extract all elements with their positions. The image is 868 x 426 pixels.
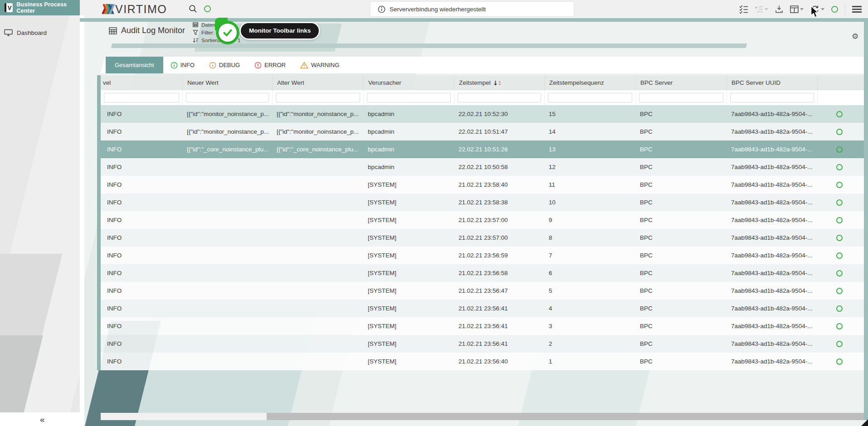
cell-zeitstempel: 21.02.21 23:56:58 xyxy=(454,264,544,282)
cell-zeitstempelsequenz: 9 xyxy=(544,211,635,229)
table-row[interactable]: INFO[{"id":"monitor_noinstance_p...[{"id… xyxy=(101,123,864,140)
filter-input-alter_wert[interactable] xyxy=(276,93,360,102)
cell-level: INFO xyxy=(101,353,182,370)
filter-input-zeitstempel[interactable] xyxy=(458,93,541,102)
refresh-icon xyxy=(810,5,819,14)
cell-zeitstempelsequenz: 5 xyxy=(544,282,635,300)
column-header-bpc_server[interactable]: BPC Server xyxy=(635,75,727,90)
cell-bpc_server: BPC xyxy=(635,105,727,123)
column-layout-button[interactable] xyxy=(790,5,804,13)
cell-zeitstempelsequenz: 1 xyxy=(544,353,635,370)
cell-bpc_server_uuid: 7aab9843-ad1b-482a-9504-... xyxy=(727,140,817,158)
page-title: Audit Log Monitor xyxy=(109,26,185,35)
column-header-level[interactable]: vel xyxy=(101,75,182,90)
status-ring-icon xyxy=(836,358,843,365)
filter-input-bpc_server_uuid[interactable] xyxy=(730,93,814,102)
sidebar-footer: « xyxy=(0,412,80,426)
status-ring-icon xyxy=(836,252,843,259)
table-row[interactable]: INFO[SYSTEM]21.02.21 23:56:413BPC7aab984… xyxy=(101,317,864,335)
cell-verursacher: [SYSTEM] xyxy=(363,176,454,194)
refresh-button[interactable] xyxy=(810,5,824,14)
column-header-alter_wert[interactable]: Alter Wert xyxy=(272,75,363,90)
cell-bpc_server_uuid: 7aab9843-ad1b-482a-9504-... xyxy=(727,317,817,335)
table-row[interactable]: INFO[SYSTEM]21.02.21 23:56:475BPC7aab984… xyxy=(101,282,864,300)
tour-badge-circle xyxy=(216,21,239,44)
cell-bpc_server: BPC xyxy=(635,353,727,370)
column-header-label: Zeitstempel xyxy=(459,79,491,86)
cell-bpc_server: BPC xyxy=(635,123,727,140)
table-row[interactable]: INFO[SYSTEM]21.02.21 23:56:597BPC7aab984… xyxy=(101,247,864,264)
tour-badge[interactable] xyxy=(214,18,241,48)
tab-warning[interactable]: WARNING xyxy=(293,57,346,73)
cell-bpc_server: BPC xyxy=(635,194,727,211)
status-ring-icon xyxy=(836,111,843,117)
tab-error[interactable]: ERROR xyxy=(247,57,293,73)
cell-zeitstempelsequenz: 15 xyxy=(544,105,635,123)
filter-input-bpc_server[interactable] xyxy=(639,93,723,102)
cell-alter_wert xyxy=(272,282,363,300)
gear-icon[interactable]: ⚙ xyxy=(852,32,858,41)
cell-verursacher: bpcadmin xyxy=(363,140,454,158)
menu-button[interactable] xyxy=(852,6,862,13)
cell-zeitstempelsequenz: 12 xyxy=(544,158,635,176)
column-header-bpc_server_uuid[interactable]: BPC Server UUID xyxy=(727,75,817,90)
info-tan-icon xyxy=(209,62,216,69)
table-row[interactable]: INFO[SYSTEM]21.02.21 23:56:412BPC7aab984… xyxy=(101,335,864,353)
search-button[interactable] xyxy=(189,5,199,15)
tour-badge-check-icon xyxy=(219,24,237,42)
cell-neuer_wert xyxy=(182,335,272,353)
table-row[interactable]: INFO[SYSTEM]21.02.21 23:58:4011BPC7aab98… xyxy=(101,176,864,194)
row-status-cell xyxy=(817,140,864,158)
cell-neuer_wert: [{"id":"monitor_noinstance_p... xyxy=(182,123,272,140)
cell-zeitstempel: 21.02.21 23:58:40 xyxy=(454,176,544,194)
cell-verursacher: [SYSTEM] xyxy=(363,194,454,211)
column-header-neuer_wert[interactable]: Neuer Wert xyxy=(182,75,272,90)
chevron-down-icon xyxy=(800,8,804,10)
table-left-accent xyxy=(97,75,101,370)
tab-debug[interactable]: DEBUG xyxy=(202,57,247,73)
row-status-cell xyxy=(817,335,864,353)
table-row[interactable]: INFO[{"id":"monitor_noinstance_p...[{"id… xyxy=(101,105,864,123)
tab-bar: GesamtansichtINFODEBUGERRORWARNING xyxy=(106,57,346,73)
table-row[interactable]: INFO[SYSTEM]21.02.21 23:56:586BPC7aab984… xyxy=(101,264,864,282)
column-header-zeitstempel[interactable]: Zeitstempel↓1 xyxy=(454,75,544,90)
status-ring-icon xyxy=(836,270,843,276)
column-header-zeitstempelsequenz[interactable]: Zeitstempelsequenz xyxy=(544,75,635,90)
scrollbar-thumb[interactable] xyxy=(267,413,864,420)
table-header-row: velNeuer WertAlter WertVerursacherZeitst… xyxy=(101,75,864,90)
cell-verursacher: [SYSTEM] xyxy=(363,211,454,229)
cell-zeitstempelsequenz: 11 xyxy=(544,176,635,194)
page-title-text: Audit Log Monitor xyxy=(121,26,185,35)
cell-level: INFO xyxy=(101,264,182,282)
column-header-verursacher[interactable]: Verursacher xyxy=(363,75,454,90)
cell-bpc_server: BPC xyxy=(635,140,727,158)
filter-input-zeitstempelsequenz[interactable] xyxy=(548,93,632,102)
tab-info[interactable]: INFO xyxy=(163,57,202,73)
horizontal-scrollbar[interactable] xyxy=(101,413,864,420)
filter-input-neuer_wert[interactable] xyxy=(186,93,269,102)
cell-level: INFO xyxy=(101,229,182,247)
sidebar-item-dashboard[interactable]: Dashboard xyxy=(0,25,80,40)
table-row[interactable]: INFO[SYSTEM]21.02.21 23:56:414BPC7aab984… xyxy=(101,300,864,317)
sidebar-collapse-button[interactable]: « xyxy=(40,415,45,424)
tree-view-button[interactable] xyxy=(755,6,768,13)
table-row[interactable]: INFO[{"id":"_core_noinstance_plu...[{"id… xyxy=(101,140,864,158)
table-row[interactable]: INFO[SYSTEM]21.02.21 23:58:3810BPC7aab98… xyxy=(101,194,864,211)
table-row[interactable]: INFO[SYSTEM]21.02.21 23:57:008BPC7aab984… xyxy=(101,229,864,247)
download-button[interactable] xyxy=(775,5,783,14)
sidebar-title: Business Process Center xyxy=(16,1,80,14)
cell-zeitstempelsequenz: 7 xyxy=(544,247,635,264)
table-row[interactable]: INFO[SYSTEM]21.02.21 23:57:009BPC7aab984… xyxy=(101,211,864,229)
checklist-button[interactable] xyxy=(739,5,748,14)
info-green-icon xyxy=(171,62,178,69)
table-row[interactable]: INFObpcadmin22.02.21 10:50:5812BPC7aab98… xyxy=(101,158,864,176)
row-status-cell xyxy=(817,229,864,247)
tab-gesamtansicht[interactable]: Gesamtansicht xyxy=(106,57,163,73)
table-row[interactable]: INFO[SYSTEM]21.02.21 23:56:401BPC7aab984… xyxy=(101,353,864,370)
cell-neuer_wert xyxy=(182,300,272,317)
audit-log-table: velNeuer WertAlter WertVerursacherZeitst… xyxy=(101,75,864,370)
filter-input-level[interactable] xyxy=(104,93,179,102)
cell-zeitstempel: 22.02.21 10:52:30 xyxy=(454,105,544,123)
cell-alter_wert xyxy=(272,194,363,211)
filter-input-verursacher[interactable] xyxy=(367,93,451,102)
